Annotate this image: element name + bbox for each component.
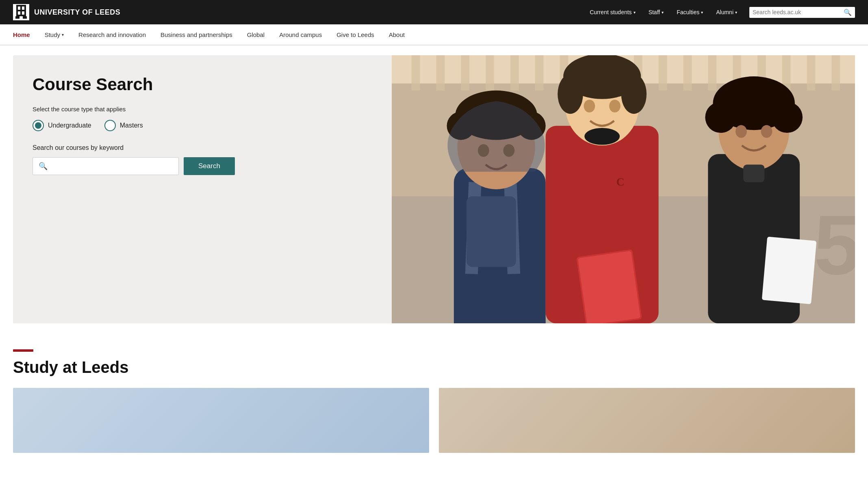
svg-rect-20 xyxy=(684,55,692,91)
svg-point-46 xyxy=(558,74,584,114)
course-type-radio-group: Undergraduate Masters xyxy=(33,120,372,131)
svg-rect-4 xyxy=(22,11,24,15)
page-title: Course Search xyxy=(33,75,372,94)
top-nav-faculties[interactable]: Faculties ▾ xyxy=(671,6,709,19)
svg-rect-14 xyxy=(535,55,544,91)
section-title: Study at Leeds xyxy=(13,358,855,377)
red-accent-bar xyxy=(13,349,33,352)
svg-rect-11 xyxy=(461,55,470,91)
svg-rect-32 xyxy=(467,196,516,267)
nav-global[interactable]: Global xyxy=(240,24,272,45)
svg-rect-12 xyxy=(486,55,494,91)
top-nav-alumni[interactable]: Alumni ▾ xyxy=(710,6,743,19)
svg-rect-10 xyxy=(436,55,445,91)
radio-button-masters[interactable] xyxy=(104,120,116,131)
card-2[interactable] xyxy=(439,388,855,453)
chevron-down-icon: ▾ xyxy=(634,10,636,15)
hero-image: C 5 xyxy=(392,55,855,323)
chevron-down-icon: ▾ xyxy=(662,10,664,15)
svg-point-47 xyxy=(621,74,647,114)
nav-home[interactable]: Home xyxy=(13,24,37,45)
top-nav: Current students ▾ Staff ▾ Faculties ▾ A… xyxy=(584,6,743,19)
logo-text: UNIVERSITY OF LEEDS xyxy=(34,8,120,17)
svg-rect-25 xyxy=(807,55,816,91)
nav-about[interactable]: About xyxy=(382,24,412,45)
svg-rect-13 xyxy=(510,55,519,91)
keyword-search-row: 🔍 Search xyxy=(33,157,372,175)
top-nav-current-students[interactable]: Current students ▾ xyxy=(584,6,641,19)
svg-point-62 xyxy=(761,125,773,138)
keyword-search-input[interactable] xyxy=(51,162,173,170)
svg-point-61 xyxy=(736,125,747,138)
lower-section: Study at Leeds xyxy=(0,333,868,463)
radio-undergraduate[interactable]: Undergraduate xyxy=(33,120,91,131)
logo[interactable]: UNIVERSITY OF LEEDS xyxy=(13,4,120,20)
cards-row xyxy=(13,388,855,453)
svg-text:C: C xyxy=(616,175,625,188)
hero-left: Course Search Select the course type tha… xyxy=(13,55,392,323)
keyword-search-icon: 🔍 xyxy=(39,162,48,171)
keyword-input-wrapper[interactable]: 🔍 xyxy=(33,157,179,175)
chevron-down-icon: ▾ xyxy=(701,10,703,15)
svg-rect-21 xyxy=(708,55,717,91)
search-icon[interactable]: 🔍 xyxy=(844,9,852,16)
nav-business[interactable]: Business and partnerships xyxy=(153,24,240,45)
nav-around-campus[interactable]: Around campus xyxy=(272,24,329,45)
svg-rect-6 xyxy=(20,16,23,19)
nav-study[interactable]: Study ▾ xyxy=(37,24,71,45)
svg-rect-9 xyxy=(412,55,420,91)
nav-give[interactable]: Give to Leeds xyxy=(329,24,382,45)
chevron-down-icon: ▾ xyxy=(735,10,737,15)
svg-point-60 xyxy=(738,78,769,109)
svg-text:5: 5 xyxy=(814,197,855,292)
svg-rect-43 xyxy=(578,251,640,324)
hero-section: Course Search Select the course type tha… xyxy=(13,55,855,323)
radio-inner-undergraduate xyxy=(35,122,41,129)
radio-button-undergraduate[interactable] xyxy=(33,120,44,131)
top-bar: UNIVERSITY OF LEEDS Current students ▾ S… xyxy=(0,0,868,24)
svg-rect-0 xyxy=(16,5,26,16)
svg-point-51 xyxy=(585,128,620,145)
top-nav-staff[interactable]: Staff ▾ xyxy=(643,6,670,19)
svg-rect-19 xyxy=(659,55,667,91)
svg-rect-3 xyxy=(18,11,20,15)
search-courses-label: Search our courses by keyword xyxy=(33,144,372,152)
svg-rect-1 xyxy=(18,6,20,10)
card-1[interactable] xyxy=(13,388,429,453)
chevron-down-icon: ▾ xyxy=(62,32,64,37)
svg-rect-63 xyxy=(744,165,765,182)
svg-point-48 xyxy=(584,100,595,112)
course-type-label: Select the course type that applies xyxy=(33,106,372,113)
search-button[interactable]: Search xyxy=(184,157,235,175)
logo-icon xyxy=(13,4,29,20)
site-search-box[interactable]: 🔍 xyxy=(749,7,855,18)
svg-point-49 xyxy=(609,100,621,112)
svg-rect-53 xyxy=(762,237,817,304)
svg-rect-26 xyxy=(832,55,840,91)
radio-masters[interactable]: Masters xyxy=(104,120,143,131)
nav-research[interactable]: Research and innovation xyxy=(71,24,153,45)
site-search-input[interactable] xyxy=(753,9,844,15)
svg-rect-2 xyxy=(22,6,24,10)
main-nav: Home Study ▾ Research and innovation Bus… xyxy=(0,24,868,45)
